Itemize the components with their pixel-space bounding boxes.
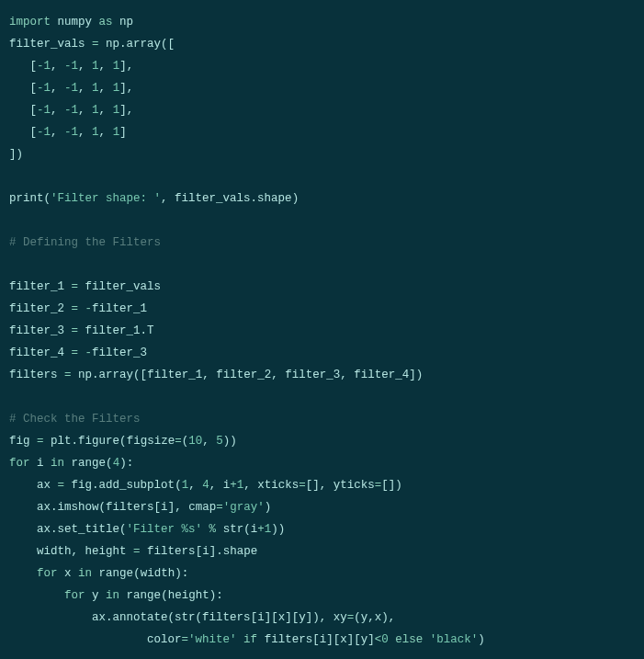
code-line: ax = fig.add_subplot(1, 4, i+1, xticks=[…: [9, 479, 402, 492]
code-line: fig = plt.figure(figsize=(10, 5)): [9, 435, 237, 448]
code-line: for y in range(height):: [9, 589, 223, 602]
code-line: # Defining the Filters: [9, 236, 161, 249]
code-line: for x in range(width):: [9, 567, 188, 580]
code-line: # Check the Filters: [9, 413, 141, 426]
code-line: filter_3 = filter_1.T: [9, 324, 154, 337]
code-line: ax.set_title('Filter %s' % str(i+1)): [9, 523, 285, 536]
code-line: ax.imshow(filters[i], cmap='gray'): [9, 501, 271, 514]
code-line: width, height = filters[i].shape: [9, 545, 257, 558]
code-line: import numpy as np: [9, 16, 133, 28]
code-line: [-1, -1, 1, 1],: [9, 104, 133, 117]
code-line: ax.annotate(str(filters[i][x][y]), xy=(y…: [9, 611, 395, 624]
code-line: filters = np.array([filter_1, filter_2, …: [9, 369, 423, 381]
code-line: for i in range(4):: [9, 457, 133, 470]
code-line: filter_1 = filter_vals: [9, 280, 161, 293]
code-line: ]): [9, 148, 23, 161]
code-block: import numpy as np filter_vals = np.arra…: [0, 0, 644, 659]
code-line: [-1, -1, 1, 1]: [9, 126, 127, 139]
code-line: filter_vals = np.array([: [9, 38, 175, 51]
code-line: [-1, -1, 1, 1],: [9, 60, 133, 73]
code-line: color='white' if filters[i][x][y]<0 else…: [9, 633, 485, 646]
code-line: filter_2 = -filter_1: [9, 302, 147, 315]
code-line: filter_4 = -filter_3: [9, 347, 147, 359]
code-line: [-1, -1, 1, 1],: [9, 82, 133, 95]
code-line: print('Filter shape: ', filter_vals.shap…: [9, 192, 299, 205]
